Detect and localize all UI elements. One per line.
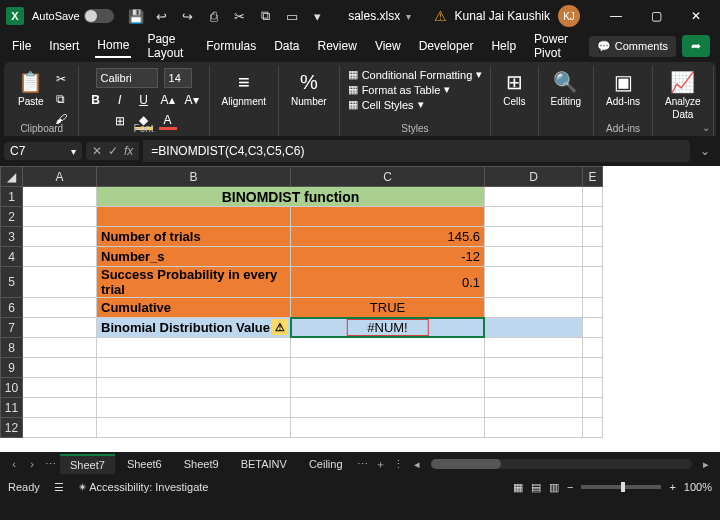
ribbon-collapse-icon[interactable]: ⌄	[702, 122, 710, 133]
row-header[interactable]: 8	[1, 338, 23, 358]
sheet-tab[interactable]: Sheet9	[174, 455, 229, 473]
minimize-button[interactable]: —	[598, 2, 634, 30]
undo-icon[interactable]: ↩	[154, 8, 170, 24]
col-header-e[interactable]: E	[583, 167, 603, 187]
sheet-tab[interactable]: Sheet7	[60, 454, 115, 474]
zoom-slider[interactable]	[581, 485, 661, 489]
copy-icon[interactable]: ⧉	[258, 8, 274, 24]
cell[interactable]: 0.1	[291, 267, 485, 298]
analyze-data-button[interactable]: 📈 Analyze Data	[661, 68, 705, 122]
col-header-d[interactable]: D	[485, 167, 583, 187]
font-size-select[interactable]	[164, 68, 192, 88]
row-header[interactable]: 1	[1, 187, 23, 207]
copy-icon[interactable]: ⧉	[52, 90, 70, 108]
view-page-layout-icon[interactable]: ▤	[531, 481, 541, 494]
cell[interactable]: Binomial Distribution Value ⚠	[97, 318, 291, 338]
sheet-more-icon[interactable]: ⋯	[355, 458, 371, 471]
row-header[interactable]: 11	[1, 398, 23, 418]
cell[interactable]: 145.6	[291, 227, 485, 247]
font-color-button[interactable]: A	[159, 112, 177, 130]
tab-developer[interactable]: Developer	[417, 35, 476, 57]
sheet-nav-next-icon[interactable]: ›	[24, 458, 40, 470]
scroll-left-icon[interactable]: ◂	[409, 458, 425, 471]
active-cell[interactable]: #NUM!	[291, 318, 485, 338]
select-all-button[interactable]: ◢	[1, 167, 23, 187]
horizontal-scrollbar[interactable]	[431, 459, 692, 469]
alignment-button[interactable]: ≡ Alignment	[218, 68, 270, 109]
view-normal-icon[interactable]: ▦	[513, 481, 523, 494]
close-button[interactable]: ✕	[678, 2, 714, 30]
font-name-select[interactable]	[96, 68, 158, 88]
zoom-out-icon[interactable]: −	[567, 481, 573, 493]
redo-icon[interactable]: ↪	[180, 8, 196, 24]
cancel-formula-icon[interactable]: ✕	[92, 144, 102, 158]
maximize-button[interactable]: ▢	[638, 2, 674, 30]
cell[interactable]: Cumulative	[97, 298, 291, 318]
row-header[interactable]: 5	[1, 267, 23, 298]
view-page-break-icon[interactable]: ▥	[549, 481, 559, 494]
cell-title[interactable]: BINOMDIST function	[97, 187, 485, 207]
qat-dropdown-icon[interactable]: ▾	[310, 8, 326, 24]
accessibility-status[interactable]: ✴ Accessibility: Investigate	[78, 481, 209, 494]
tab-menu-icon[interactable]: ⋮	[391, 458, 407, 471]
tab-review[interactable]: Review	[316, 35, 359, 57]
cell[interactable]: -12	[291, 247, 485, 267]
border-button[interactable]: ⊞	[111, 112, 129, 130]
sheet-tab[interactable]: Sheet6	[117, 455, 172, 473]
cell[interactable]: Number_s	[97, 247, 291, 267]
chevron-down-icon[interactable]: ▾	[406, 11, 411, 22]
comments-button[interactable]: 💬 Comments	[589, 36, 676, 57]
col-header-c[interactable]: C	[291, 167, 485, 187]
sheet-tab[interactable]: BETAINV	[231, 455, 297, 473]
error-indicator-icon[interactable]: ⚠	[272, 319, 288, 335]
zoom-level[interactable]: 100%	[684, 481, 712, 493]
chevron-down-icon[interactable]: ▾	[71, 146, 76, 157]
font-decrease-button[interactable]: A▾	[183, 91, 201, 109]
conditional-formatting-button[interactable]: ▦Conditional Formatting▾	[348, 68, 483, 81]
number-button[interactable]: % Number	[287, 68, 331, 109]
tab-data[interactable]: Data	[272, 35, 301, 57]
cell[interactable]: TRUE	[291, 298, 485, 318]
row-header[interactable]: 4	[1, 247, 23, 267]
save-icon[interactable]: 💾	[128, 8, 144, 24]
print-icon[interactable]: ⎙	[206, 8, 222, 24]
tab-formulas[interactable]: Formulas	[204, 35, 258, 57]
new-sheet-icon[interactable]: ＋	[373, 457, 389, 472]
tab-insert[interactable]: Insert	[47, 35, 81, 57]
share-button[interactable]: ➦	[682, 35, 710, 57]
row-header[interactable]: 9	[1, 358, 23, 378]
row-header[interactable]: 3	[1, 227, 23, 247]
row-header[interactable]: 6	[1, 298, 23, 318]
col-header-b[interactable]: B	[97, 167, 291, 187]
paste-button[interactable]: 📋 Paste	[14, 68, 48, 109]
col-header-a[interactable]: A	[23, 167, 97, 187]
row-header[interactable]: 10	[1, 378, 23, 398]
autosave-toggle[interactable]: AutoSave	[32, 9, 114, 23]
format-as-table-button[interactable]: ▦Format as Table▾	[348, 83, 451, 96]
formula-bar-expand-icon[interactable]: ⌄	[694, 144, 716, 158]
bold-button[interactable]: B	[87, 91, 105, 109]
tab-page-layout[interactable]: Page Layout	[145, 28, 190, 64]
font-increase-button[interactable]: A▴	[159, 91, 177, 109]
editing-button[interactable]: 🔍 Editing	[547, 68, 586, 109]
scroll-right-icon[interactable]: ▸	[698, 458, 714, 471]
tab-power-pivot[interactable]: Power Pivot	[532, 28, 575, 64]
cut-icon[interactable]: ✂	[232, 8, 248, 24]
tab-file[interactable]: File	[10, 35, 33, 57]
italic-button[interactable]: I	[111, 91, 129, 109]
warning-icon[interactable]: ⚠	[434, 8, 447, 24]
cell[interactable]: Number of trials	[97, 227, 291, 247]
underline-button[interactable]: U	[135, 91, 153, 109]
tab-help[interactable]: Help	[489, 35, 518, 57]
zoom-in-icon[interactable]: +	[669, 481, 675, 493]
new-icon[interactable]: ▭	[284, 8, 300, 24]
row-header[interactable]: 2	[1, 207, 23, 227]
name-box[interactable]: C7 ▾	[4, 142, 82, 160]
sheet-tab[interactable]: Ceiling	[299, 455, 353, 473]
user-avatar[interactable]: KJ	[558, 5, 580, 27]
cell[interactable]: Success Probability in every trial	[97, 267, 291, 298]
stats-icon[interactable]: ☰	[54, 481, 64, 494]
cut-icon[interactable]: ✂	[52, 70, 70, 88]
toggle-off-icon[interactable]	[84, 9, 114, 23]
addins-button[interactable]: ▣ Add-ins	[602, 68, 644, 109]
